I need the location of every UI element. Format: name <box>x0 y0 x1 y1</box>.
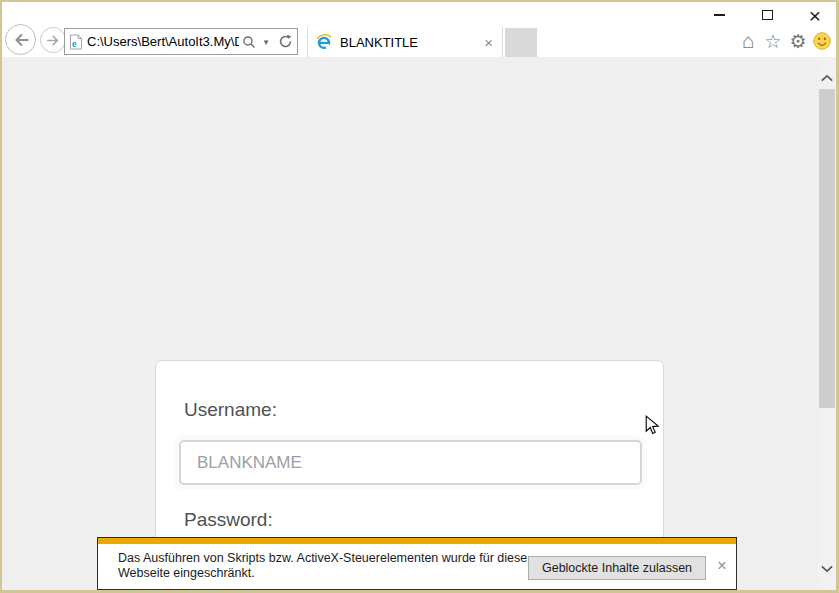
password-label: Password: <box>184 509 273 531</box>
svg-text:e: e <box>72 37 77 48</box>
notification-message: Das Ausführen von Skripts bzw. ActiveX-S… <box>118 551 538 581</box>
close-icon: × <box>809 5 821 26</box>
magnifier-glyph <box>242 35 256 49</box>
search-icon[interactable] <box>239 29 259 54</box>
security-notification-bar: Das Ausführen von Skripts bzw. ActiveX-S… <box>97 537 737 590</box>
maximize-icon <box>762 10 773 20</box>
feedback-button[interactable] <box>810 28 834 54</box>
home-icon: ⌂ <box>742 29 755 53</box>
address-dropdown-caret[interactable]: ▾ <box>259 29 273 54</box>
notification-accent-stripe <box>98 538 736 544</box>
minimize-icon <box>714 14 725 16</box>
scroll-up-button[interactable] <box>818 69 836 87</box>
username-input[interactable] <box>179 440 642 485</box>
chevron-up-icon <box>821 74 833 82</box>
new-tab-button[interactable] <box>505 28 537 57</box>
allow-blocked-content-button[interactable]: Geblockte Inhalte zulassen <box>528 556 706 580</box>
notification-close-icon[interactable]: × <box>712 556 732 576</box>
forward-arrow-icon <box>45 32 62 49</box>
refresh-glyph <box>278 34 293 49</box>
refresh-button[interactable] <box>273 29 297 54</box>
chevron-down-icon <box>821 565 833 573</box>
minimize-button[interactable] <box>698 2 740 28</box>
settings-button[interactable]: ⚙ <box>786 28 810 54</box>
ie-logo-icon <box>315 33 333 51</box>
home-button[interactable]: ⌂ <box>736 28 760 54</box>
address-bar[interactable]: e ▾ <box>64 28 298 55</box>
scrollbar-thumb[interactable] <box>819 89 835 408</box>
maximize-button[interactable] <box>746 2 788 28</box>
forward-button[interactable] <box>40 27 66 53</box>
tab-title: BLANKTITLE <box>340 35 484 50</box>
browser-tab[interactable]: BLANKTITLE × <box>307 27 503 57</box>
star-icon: ☆ <box>764 30 781 53</box>
smiley-icon <box>813 32 831 50</box>
gear-icon: ⚙ <box>789 30 806 53</box>
cursor-arrow-icon <box>645 415 660 436</box>
mouse-cursor <box>645 415 660 440</box>
browser-window: × e ▾ <box>0 0 839 593</box>
vertical-scrollbar[interactable] <box>818 57 836 590</box>
tab-close-icon[interactable]: × <box>484 35 493 50</box>
close-window-button[interactable]: × <box>794 2 836 28</box>
back-button[interactable] <box>5 24 36 55</box>
page-favicon-icon: e <box>69 34 83 50</box>
scroll-down-button[interactable] <box>818 560 836 578</box>
username-label: Username: <box>184 399 277 421</box>
address-input[interactable] <box>87 34 239 49</box>
favorites-button[interactable]: ☆ <box>761 28 785 54</box>
page-content: Username: Password: <box>2 57 836 590</box>
back-arrow-icon <box>11 30 31 50</box>
